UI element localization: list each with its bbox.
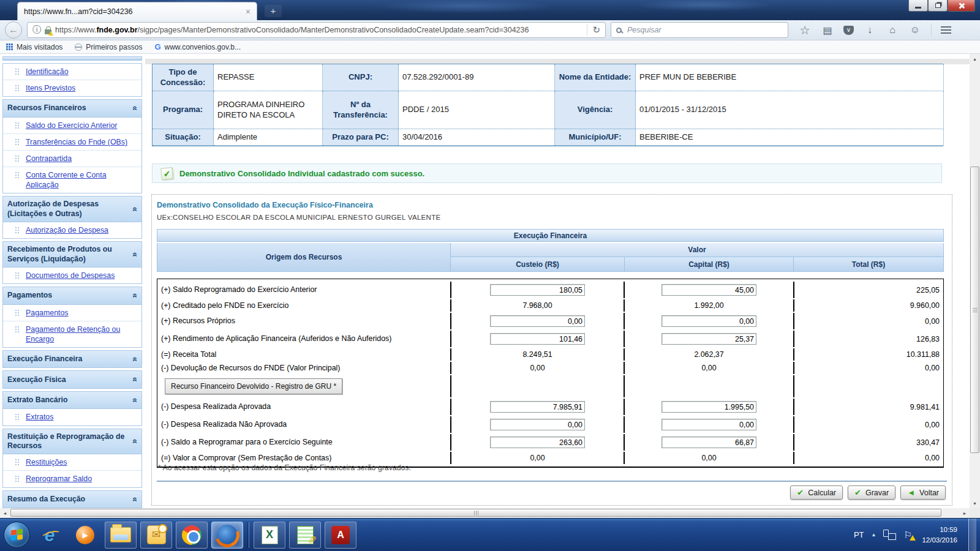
sidebar-item[interactable]: Pagamentos [3,304,141,321]
sidebar-header[interactable]: Recursos Financeiros« [3,100,141,117]
collapse-chevron-icon[interactable]: « [129,377,140,382]
scroll-down-icon[interactable]: ▼ [970,498,980,508]
bookmark-mais-visitados[interactable]: Mais visitados [6,43,62,51]
start-button[interactable] [4,522,30,548]
gravar-button[interactable]: ✔ Gravar [848,485,895,500]
sidebar-header[interactable]: Resumo da Execução« [3,491,141,508]
bookmark-star-icon[interactable]: ☆ [798,23,812,37]
calcular-button[interactable]: ✔ Calcular [790,485,843,500]
search-bar[interactable] [611,22,788,38]
taskbar-media-player-icon[interactable]: ▶ [69,522,101,549]
sidebar-item[interactable]: Itens Previstos [3,80,141,96]
sidebar-item[interactable]: Pagamento de Retenção ou Encargo [3,321,141,347]
voltar-button[interactable]: ◄ Voltar [900,485,946,500]
taskbar-excel-icon[interactable]: X [254,522,285,549]
sidebar-item[interactable]: Identificação [3,64,141,80]
sidebar-link[interactable]: Itens Previstos [26,83,75,93]
collapse-chevron-icon[interactable]: « [129,497,140,501]
close-button[interactable] [948,0,975,12]
sidebar-header[interactable]: Execução Financeira« [3,351,141,368]
network-icon[interactable] [883,530,896,540]
sidebar-item[interactable]: Transferências do Fnde (OBs) [3,133,141,150]
capital-input[interactable] [662,315,756,327]
custeio-input[interactable] [490,401,585,413]
downloads-icon[interactable]: ↓ [863,24,876,36]
pocket-icon[interactable]: ∨ [843,26,854,35]
new-tab-button[interactable]: + [265,5,282,17]
custeio-input[interactable] [490,284,585,296]
sidebar-link[interactable]: Transferências do Fnde (OBs) [26,137,127,147]
taskbar-firefox-icon[interactable] [211,522,243,549]
restore-button[interactable] [928,0,948,12]
custeio-input[interactable] [490,333,585,345]
action-center-flag-icon[interactable]: ⚐ [903,530,914,541]
sidebar-header[interactable]: Restituição e Reprogramação de Recursos« [3,429,141,454]
url-bar[interactable]: ⓘ https://www.fnde.gov.br/sigpc/pages/Ma… [27,22,606,38]
collapse-chevron-icon[interactable]: « [129,293,140,298]
search-input[interactable] [626,25,783,35]
menu-icon[interactable] [941,26,951,34]
sidebar-link[interactable]: Pagamento de Retenção ou Encargo [26,324,139,344]
sidebar-link[interactable]: Saldo do Exercício Anterior [26,121,117,130]
sidebar-item[interactable]: Extratos [3,408,141,425]
taskbar-outlook-icon[interactable]: ✉ [140,522,172,549]
sidebar-link[interactable]: Reprogramar Saldo [26,474,92,484]
collapse-chevron-icon[interactable]: « [129,106,140,111]
sidebar-item[interactable]: Documentos de Despesas [3,267,141,283]
bookmark-primeiros-passos[interactable]: Primeiros passos [75,43,142,51]
sidebar-link[interactable]: Contrapartida [26,154,72,163]
sidebar-link[interactable]: Extratos [26,412,53,422]
collapse-chevron-icon[interactable]: « [129,398,140,403]
sidebar-item[interactable]: Conta Corrente e Conta Aplicação [3,167,141,193]
sidebar-item[interactable]: Autorização de Despesa [3,222,141,238]
custeio-input[interactable] [490,437,585,448]
clock[interactable]: 10:59 12/03/2016 [922,525,957,544]
url-text[interactable]: https://www.fnde.gov.br/sigpc/pages/Mant… [55,26,583,34]
sidebar-header[interactable]: Autorização de Despesas (Licitações e Ou… [3,197,141,222]
horizontal-scrollbar-thumb[interactable] [10,509,941,517]
sidebar-item[interactable]: Contrapartida [3,150,141,167]
sidebar-header[interactable]: Pagamentos« [3,287,141,304]
show-desktop-button[interactable] [968,519,976,551]
reload-icon[interactable]: ↻ [587,24,600,36]
tray-expand-icon[interactable]: ▲ [872,532,876,538]
sidebar-link[interactable]: Restituições [26,457,67,467]
horizontal-scrollbar[interactable]: ◄ ► [0,508,970,518]
scroll-left-icon[interactable]: ◄ [0,508,10,518]
scroll-right-icon[interactable]: ► [960,508,970,518]
capital-input[interactable] [662,419,756,430]
sidebar-item[interactable]: Restituições [3,454,141,470]
custeio-input[interactable] [490,315,585,327]
back-button[interactable]: ← [5,21,22,39]
sidebar-link[interactable]: Conta Corrente e Conta Aplicação [26,170,139,190]
tab-close-icon[interactable]: × [246,7,251,17]
sidebar-item[interactable]: Reprogramar Saldo [3,470,141,487]
collapse-chevron-icon[interactable]: « [129,252,140,257]
taskbar-chrome-icon[interactable] [176,522,208,549]
capital-input[interactable] [662,401,756,413]
gru-devolvido-button[interactable]: Recurso Financeiro Devolvido - Registro … [165,378,342,394]
collapse-chevron-icon[interactable]: « [129,207,140,212]
page-info-icon[interactable]: ⓘ [32,24,41,36]
sidebar-header[interactable]: Execução Física« [3,371,141,388]
scroll-up-icon[interactable]: ▲ [970,54,980,64]
taskbar-file-explorer-icon[interactable] [105,522,137,549]
collapse-chevron-icon[interactable]: « [129,439,140,444]
sidebar-link[interactable]: Identificação [26,67,69,77]
sidebar-link[interactable]: Documentos de Despesas [26,271,115,280]
minimize-button[interactable] [908,0,928,12]
browser-tab[interactable]: https://www.fn...am?cid=304236 × [17,2,257,20]
sidebar-header[interactable]: Recebimento de Produtos ou Serviços (Liq… [3,242,141,267]
capital-input[interactable] [662,284,756,296]
taskbar-internet-explorer-icon[interactable]: e [34,522,66,549]
taskbar-notepad-icon[interactable] [289,522,321,549]
sidebar-link[interactable]: Pagamentos [26,308,69,318]
capital-input[interactable] [662,333,756,345]
bookmarks-panel-icon[interactable]: ▤ [821,24,834,36]
sidebar-header[interactable]: Extrato Bancário« [3,392,141,409]
sidebar-item[interactable]: Saldo do Exercício Anterior [3,117,141,133]
home-icon[interactable]: ⌂ [886,24,899,36]
taskbar-adobe-reader-icon[interactable]: A [325,522,356,549]
collapse-chevron-icon[interactable]: « [129,357,140,362]
language-indicator[interactable]: PT [854,530,864,539]
